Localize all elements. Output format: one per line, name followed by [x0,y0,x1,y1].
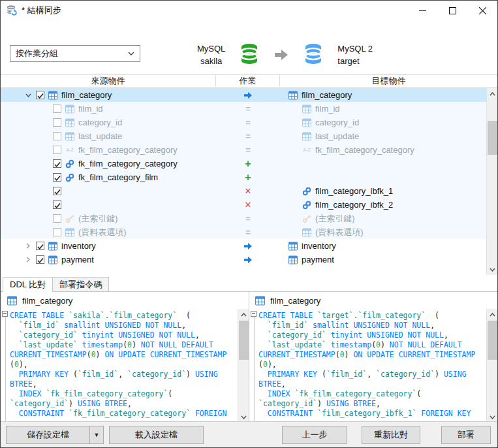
tree-row[interactable]: film_id=film_id [1,102,488,116]
recompare-button[interactable]: 重新比對 [362,426,420,444]
tab-deploy-script[interactable]: 部署指令碼 [53,277,109,292]
target-object-label: fk_film_category_category [315,145,414,155]
group-by-select[interactable]: 按作業分組 [10,45,140,62]
scroll-up-button[interactable] [487,309,498,320]
source-object-cell: category_id [1,116,216,129]
tree-row[interactable]: (資料表選項)=(資料表選項) [1,225,488,239]
target-object-label: film_category_ibfk_2 [315,200,393,210]
table-icon [65,118,74,127]
foreign-key-icon [65,159,74,168]
identical-operation-icon: = [216,102,280,116]
foreign-key-icon [65,173,74,182]
source-object-label: film_category [61,90,112,100]
chevron-down-icon[interactable] [23,93,33,97]
scrollbar-thumb[interactable] [488,321,497,360]
deploy-button[interactable]: 部署 [441,426,491,444]
tree-row[interactable]: fk_film_category_category+ [1,157,488,170]
row-checkbox[interactable] [53,187,61,195]
chevron-right-icon[interactable] [23,257,33,263]
scrollbar-thumb[interactable] [239,321,249,360]
chevron-down-icon [128,52,134,56]
identical-operation-icon: = [216,225,280,239]
scroll-down-button[interactable] [487,264,498,275]
tab-ddl-compare[interactable]: DDL 比對 [3,277,53,292]
source-ddl-code[interactable]: CREATE TABLE `sakila`.`film_category` ( … [1,309,238,423]
minimize-button[interactable] [407,1,437,20]
chevron-down-icon: ▼ [94,432,100,438]
save-profile-button[interactable]: 儲存設定檔 [6,426,89,444]
tree-row[interactable]: paymentpayment [1,253,488,266]
source-object-cell: film_id [1,102,216,116]
source-object-cell: fk_film_category_category [1,157,216,170]
scroll-up-button[interactable] [487,88,498,99]
source-object-label: category_id [78,118,122,127]
target-object-cell: payment [280,253,488,266]
code-line: `film_id` smallint UNSIGNED NOT NULL, [258,321,475,330]
scrollbar-thumb[interactable] [488,121,497,155]
row-checkbox[interactable] [53,118,61,127]
load-profile-button[interactable]: 載入設定檔 [109,426,204,444]
scroll-up-button[interactable] [238,309,249,320]
target-ddl-code[interactable]: CREATE TABLE `target`.`film_category` ( … [249,309,486,423]
target-name: target [337,55,373,67]
code-line: PRIMARY KEY (`film_id`, `category_id`) U… [258,370,475,379]
code-line: CREATE TABLE `sakila`.`film_category` ( [10,311,226,321]
tree-row[interactable]: (主索引鍵)=(主索引鍵) [1,212,488,225]
source-ddl-header: film_category [1,292,249,309]
tree-row[interactable]: film_categoryfilm_category [1,88,488,102]
source-code-scrollbar[interactable] [238,309,249,423]
chevron-right-icon[interactable] [23,243,33,249]
tree-row[interactable]: ✕film_category_ibfk_2 [1,198,488,212]
target-object-cell: film_category_ibfk_1 [280,184,488,198]
tree-row[interactable]: fk_film_category_film+ [1,170,488,184]
tree-row[interactable]: A-Zfk_film_category_category=A-Zfk_film_… [1,143,488,157]
foreign-key-icon [302,200,311,210]
row-checkbox[interactable] [36,91,44,99]
source-database-icon [240,43,259,67]
source-object-cell: payment [1,253,216,266]
maximize-button[interactable] [437,1,467,20]
row-checkbox[interactable] [53,132,61,140]
code-line: PRIMARY KEY (`film_id`, `category_id`) U… [10,370,226,379]
target-object-label: film_category_ibfk_1 [315,186,393,196]
tree-row[interactable]: ✕film_category_ibfk_1 [1,184,488,198]
row-checkbox[interactable] [53,200,61,209]
save-profile-dropdown-button[interactable]: ▼ [89,426,104,444]
source-object-label: fk_film_category_film [78,172,158,182]
target-object-cell: last_update [280,129,488,143]
row-checkbox[interactable] [53,228,61,236]
foreign-key-icon [302,187,311,196]
add-operation-icon: + [216,170,280,184]
tree-row[interactable]: last_update=last_update [1,129,488,143]
identical-operation-icon: = [216,212,280,225]
code-fold-toggle[interactable] [2,311,8,317]
target-object-cell: film_category [280,88,488,102]
target-connection-label: MySQL 2 target [337,42,373,67]
row-checkbox[interactable] [53,173,61,182]
column-header-operation[interactable]: 作業 [216,75,280,87]
ddl-compare-panes: film_category CREATE TABLE `sakila`.`fil… [1,292,497,423]
code-line: (0), [10,360,226,370]
row-checkbox[interactable] [36,255,44,264]
target-code-scrollbar[interactable] [486,309,497,423]
tree-row[interactable]: category_id=category_id [1,116,488,129]
tree-row[interactable]: inventoryinventory [1,239,488,253]
previous-step-button[interactable]: 上一步 [282,426,347,444]
row-checkbox[interactable] [53,214,61,223]
row-checkbox[interactable] [53,104,61,113]
source-ddl-title: film_category [22,296,72,306]
target-object-cell [280,157,488,170]
index-icon: A-Z [65,146,74,155]
identical-operation-icon: = [216,116,280,129]
column-header-target-object[interactable]: 目標物件 [280,75,497,87]
row-checkbox[interactable] [36,242,44,250]
table-icon [255,296,265,306]
code-line: `category_id`) USING BTREE, [10,399,226,409]
source-object-cell [1,198,216,212]
row-checkbox[interactable] [53,146,61,154]
row-checkbox[interactable] [53,159,61,168]
code-fold-toggle[interactable] [251,311,257,317]
column-header-source-object[interactable]: 來源物件 [1,75,216,87]
close-button[interactable] [467,1,497,20]
tree-scrollbar[interactable] [486,88,497,275]
